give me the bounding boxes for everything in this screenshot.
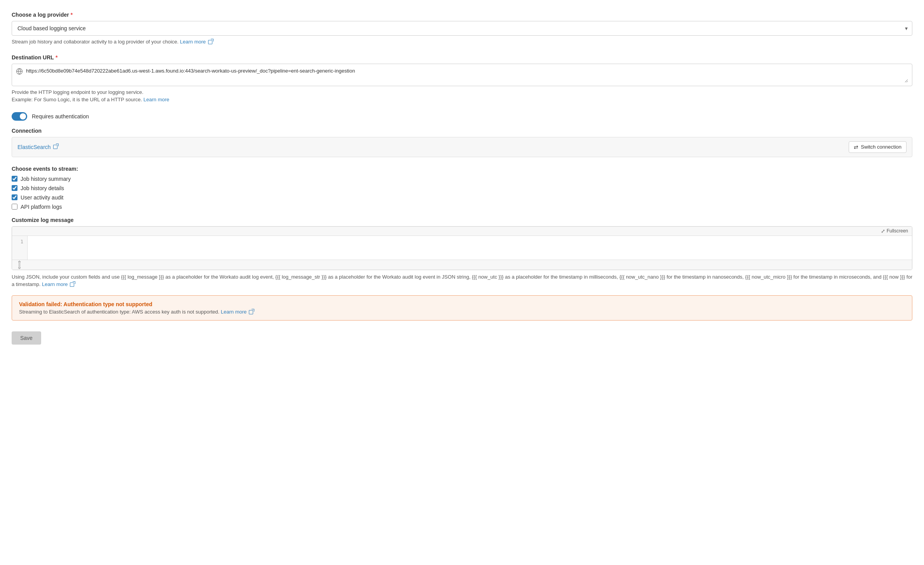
validation-error-learn-more-text: Learn more	[221, 309, 247, 315]
customize-log-helper-text: Using JSON, include your custom fields a…	[12, 274, 912, 288]
log-provider-helper-text: Stream job history and collaborator acti…	[12, 39, 179, 45]
destination-url-label-text: Destination URL	[12, 54, 54, 61]
globe-icon	[16, 68, 23, 76]
switch-connection-label: Switch connection	[861, 144, 901, 150]
requires-auth-toggle[interactable]	[12, 112, 27, 121]
switch-icon: ⇄	[854, 144, 858, 150]
log-provider-dropdown-wrapper[interactable]: Cloud based logging serviceSyslogCustom …	[12, 21, 912, 36]
job-history-details-label: Job history details	[21, 185, 64, 191]
destination-url-label: Destination URL *	[12, 54, 912, 61]
destination-url-helper: Provide the HTTP logging endpoint to you…	[12, 88, 912, 104]
log-provider-label: Choose a log provider *	[12, 12, 912, 18]
line-number-1: 1	[16, 239, 23, 244]
switch-connection-button[interactable]: ⇄ Switch connection	[849, 141, 907, 153]
fullscreen-icon: ⤢	[881, 228, 885, 234]
external-link-icon	[249, 310, 253, 314]
destination-url-helper-text: Provide the HTTP logging endpoint to you…	[12, 89, 143, 95]
destination-url-section: Destination URL * https://6c50bd8e09b74e…	[12, 54, 912, 104]
destination-url-example-text: Example: For Sumo Logic, it is the URL o…	[12, 97, 142, 102]
fullscreen-label: Fullscreen	[887, 228, 908, 234]
log-provider-helper: Stream job history and collaborator acti…	[12, 38, 912, 46]
api-platform-logs-item: API platform logs	[12, 204, 912, 210]
log-provider-section: Choose a log provider * Cloud based logg…	[12, 12, 912, 46]
customize-log-learn-more-text: Learn more	[42, 281, 68, 287]
events-title: Choose events to stream:	[12, 166, 912, 172]
log-provider-required-star: *	[71, 12, 73, 18]
events-section: Choose events to stream: Job history sum…	[12, 166, 912, 210]
resize-icon: ⟺	[16, 260, 23, 269]
api-platform-logs-checkbox[interactable]	[12, 204, 17, 210]
api-platform-logs-label: API platform logs	[21, 204, 62, 210]
external-link-icon	[208, 40, 212, 44]
job-history-summary-checkbox[interactable]	[12, 176, 17, 182]
destination-url-learn-more-text: Learn more	[144, 97, 169, 102]
log-provider-learn-more-text: Learn more	[180, 39, 206, 45]
job-history-summary-item: Job history summary	[12, 176, 912, 182]
destination-url-required-star: *	[56, 54, 57, 61]
customize-log-learn-more-link[interactable]: Learn more	[42, 281, 74, 287]
log-provider-label-text: Choose a log provider	[12, 12, 69, 18]
customize-log-title: Customize log message	[12, 217, 912, 223]
code-editor-wrapper: ⤢ Fullscreen 1 ⟺	[12, 226, 912, 270]
external-link-icon	[53, 145, 57, 149]
user-activity-audit-item: User activity audit	[12, 194, 912, 201]
log-provider-learn-more-link[interactable]: Learn more	[180, 39, 212, 45]
connection-section: Connection ElasticSearch ⇄ Switch connec…	[12, 128, 912, 157]
connection-label: Connection	[12, 128, 912, 134]
save-button[interactable]: Save	[12, 331, 41, 345]
code-editor-resize-handle[interactable]: ⟺	[12, 260, 912, 270]
code-editor-input[interactable]	[28, 236, 912, 260]
connection-name: ElasticSearch	[17, 144, 51, 150]
job-history-details-item: Job history details	[12, 185, 912, 191]
validation-error-text: Streaming to ElasticSearch of authentica…	[19, 309, 905, 315]
destination-url-input[interactable]: https://6c50bd8e09b74e548d720222abe61ad6…	[26, 67, 908, 83]
requires-auth-row: Requires authentication	[12, 112, 912, 121]
code-editor-toolbar: ⤢ Fullscreen	[12, 227, 912, 236]
job-history-summary-label: Job history summary	[21, 176, 71, 182]
customize-log-helper: Using JSON, include your custom fields a…	[12, 273, 912, 288]
user-activity-audit-label: User activity audit	[21, 194, 63, 201]
connection-box: ElasticSearch ⇄ Switch connection	[12, 137, 912, 157]
validation-error-box: Validation failed: Authentication type n…	[12, 295, 912, 321]
validation-error-learn-more-link[interactable]: Learn more	[221, 309, 253, 315]
code-editor-body: 1	[12, 236, 912, 260]
destination-url-input-wrapper: https://6c50bd8e09b74e548d720222abe61ad6…	[12, 64, 912, 86]
log-provider-select[interactable]: Cloud based logging serviceSyslogCustom …	[12, 21, 912, 36]
fullscreen-button[interactable]: ⤢ Fullscreen	[881, 228, 908, 234]
requires-auth-label: Requires authentication	[32, 113, 89, 120]
save-button-label: Save	[20, 335, 33, 341]
connection-link[interactable]: ElasticSearch	[17, 144, 57, 150]
user-activity-audit-checkbox[interactable]	[12, 194, 17, 200]
validation-error-title: Validation failed: Authentication type n…	[19, 301, 905, 307]
destination-url-learn-more-link[interactable]: Learn more	[144, 97, 169, 102]
external-link-icon	[70, 282, 74, 287]
customize-log-section: Customize log message ⤢ Fullscreen 1 ⟺ U…	[12, 217, 912, 288]
validation-error-message: Streaming to ElasticSearch of authentica…	[19, 309, 219, 315]
connection-label-text: Connection	[12, 128, 42, 134]
job-history-details-checkbox[interactable]	[12, 185, 17, 191]
line-numbers: 1	[12, 236, 28, 260]
